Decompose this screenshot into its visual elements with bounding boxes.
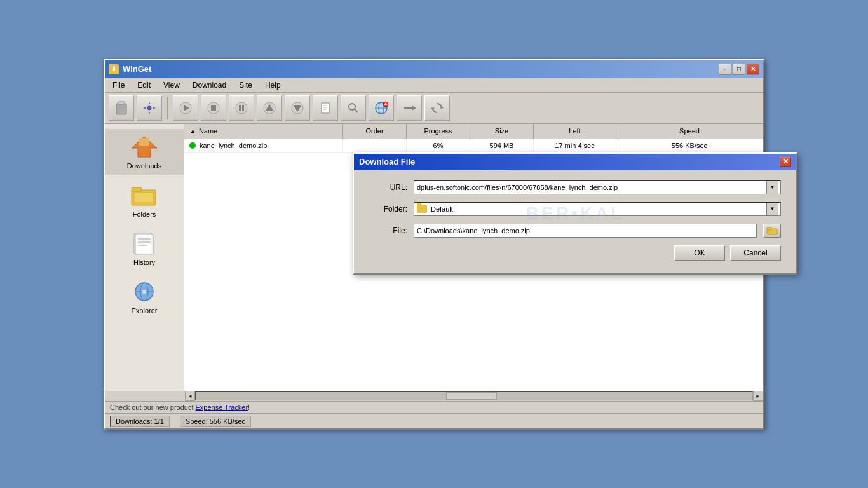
sidebar-label-history: History — [133, 259, 155, 266]
sidebar-label-folders: Folders — [133, 210, 156, 218]
svg-rect-41 — [138, 238, 151, 240]
svg-point-3 — [147, 106, 151, 110]
svg-marker-28 — [412, 105, 416, 111]
refresh-button[interactable] — [424, 95, 450, 121]
horizontal-scrollbar[interactable]: ◄ ► — [105, 391, 763, 401]
menu-view[interactable]: View — [158, 79, 185, 91]
col-order[interactable]: Order — [343, 124, 407, 139]
file-row: File: — [369, 224, 781, 238]
explorer-icon — [129, 279, 159, 304]
menu-download[interactable]: Download — [187, 79, 231, 91]
search-button[interactable] — [341, 95, 366, 121]
url-value: dplus-en.softonic.com/files›n/67000/6785… — [417, 184, 766, 191]
move-up-button[interactable] — [257, 95, 282, 121]
file-browse-button[interactable] — [763, 224, 781, 238]
dialog-body: URL: dplus-en.softonic.com/files›n/67000… — [354, 170, 796, 273]
downloads-icon — [129, 134, 159, 159]
download-file-dialog: Download File ✕ URL: dplus-en.softonic.c… — [353, 152, 797, 274]
col-progress[interactable]: Progress — [407, 124, 470, 139]
window-title: WinGet — [123, 64, 151, 74]
toolbar-separator-1 — [167, 97, 168, 119]
menu-site[interactable]: Site — [234, 79, 257, 91]
menu-file[interactable]: File — [107, 79, 130, 91]
folder-value: Default — [431, 205, 453, 213]
clipboard-button[interactable] — [109, 95, 134, 121]
svg-rect-43 — [138, 245, 147, 246]
dialog-close-button[interactable]: ✕ — [780, 157, 791, 167]
title-bar: ⬇ WinGet − □ ✕ — [105, 60, 763, 78]
folder-dropdown[interactable]: Default ▼ — [414, 202, 781, 216]
svg-rect-32 — [139, 138, 149, 146]
svg-rect-35 — [134, 193, 153, 203]
folder-dropdown-arrow[interactable]: ▼ — [766, 203, 778, 215]
dialog-buttons: OK Cancel — [369, 245, 781, 261]
svg-point-8 — [236, 102, 247, 114]
svg-point-47 — [142, 290, 146, 294]
svg-rect-10 — [242, 105, 244, 111]
menu-edit[interactable]: Edit — [132, 79, 156, 91]
file-label: File: — [369, 226, 407, 235]
cell-name: kane_lynch_demo.zip — [184, 139, 343, 152]
window-controls: − □ ✕ — [719, 64, 759, 75]
cancel-button[interactable]: Cancel — [730, 245, 781, 261]
file-input[interactable] — [414, 224, 757, 238]
svg-marker-29 — [440, 106, 444, 109]
col-name[interactable]: ▲ Name — [184, 124, 343, 139]
toolbar — [105, 93, 763, 124]
delete-button[interactable] — [397, 95, 422, 121]
scroll-left[interactable]: ◄ — [185, 391, 195, 401]
svg-rect-42 — [138, 241, 151, 243]
cell-left: 17 min 4 sec — [534, 139, 616, 152]
scroll-right[interactable]: ► — [753, 391, 763, 401]
cell-order — [343, 139, 407, 152]
expense-tracker-link[interactable]: Expense Tracker — [196, 403, 248, 411]
sidebar-item-folders[interactable]: Folders — [105, 177, 184, 223]
sidebar-item-explorer[interactable]: Explorer — [105, 274, 184, 320]
col-speed[interactable]: Speed — [616, 124, 763, 139]
move-down-button[interactable] — [285, 95, 310, 121]
svg-marker-30 — [431, 107, 435, 110]
folders-icon — [129, 182, 159, 208]
stop-button[interactable] — [201, 95, 226, 121]
sidebar-label-explorer: Explorer — [132, 307, 158, 315]
url-dropdown[interactable]: dplus-en.softonic.com/files›n/67000/6785… — [414, 180, 781, 194]
speed-status: Speed: 556 KB/sec — [180, 416, 251, 427]
folder-row: Folder: Default ▼ — [369, 202, 781, 216]
table-row[interactable]: kane_lynch_demo.zip 6% 594 MB 17 min 4 s… — [184, 139, 763, 153]
menu-help[interactable]: Help — [260, 79, 286, 91]
svg-line-20 — [355, 109, 358, 112]
sidebar-item-downloads[interactable]: Downloads — [105, 129, 184, 175]
maximize-button[interactable]: □ — [733, 64, 745, 75]
url-dropdown-arrow[interactable]: ▼ — [766, 181, 778, 194]
cell-size: 594 MB — [470, 139, 534, 152]
cell-speed: 556 KB/sec — [616, 139, 763, 152]
bottom-status-bar: Downloads: 1/1 Speed: 556 KB/sec — [105, 413, 763, 428]
svg-rect-49 — [767, 227, 771, 230]
sidebar-label-downloads: Downloads — [127, 162, 161, 170]
play-button[interactable] — [173, 95, 198, 121]
history-icon — [129, 231, 159, 256]
svg-rect-1 — [116, 104, 126, 114]
page-button[interactable] — [313, 95, 338, 121]
sidebar-item-history[interactable]: History — [105, 226, 184, 271]
minimize-button[interactable]: − — [719, 64, 731, 75]
cell-progress: 6% — [407, 139, 470, 152]
folder-label: Folder: — [369, 205, 407, 214]
dialog-title-bar: Download File ✕ — [354, 154, 796, 170]
url-label: URL: — [369, 183, 407, 192]
svg-rect-34 — [132, 187, 142, 191]
globe-button[interactable] — [369, 95, 394, 121]
list-header: ▲ Name Order Progress Size Left Speed — [184, 124, 763, 139]
ok-button[interactable]: OK — [674, 245, 725, 261]
settings-button[interactable] — [137, 95, 162, 121]
col-left[interactable]: Left — [534, 124, 616, 139]
pause-button[interactable] — [229, 95, 254, 121]
dialog-title-text: Download File — [359, 157, 415, 166]
app-icon: ⬇ — [109, 64, 119, 74]
close-button[interactable]: ✕ — [747, 64, 759, 75]
svg-point-19 — [349, 104, 355, 110]
col-size[interactable]: Size — [470, 124, 534, 139]
downloads-count: Downloads: 1/1 — [110, 416, 170, 427]
sidebar: Downloads Folders — [105, 124, 184, 391]
url-row: URL: dplus-en.softonic.com/files›n/67000… — [369, 180, 781, 194]
